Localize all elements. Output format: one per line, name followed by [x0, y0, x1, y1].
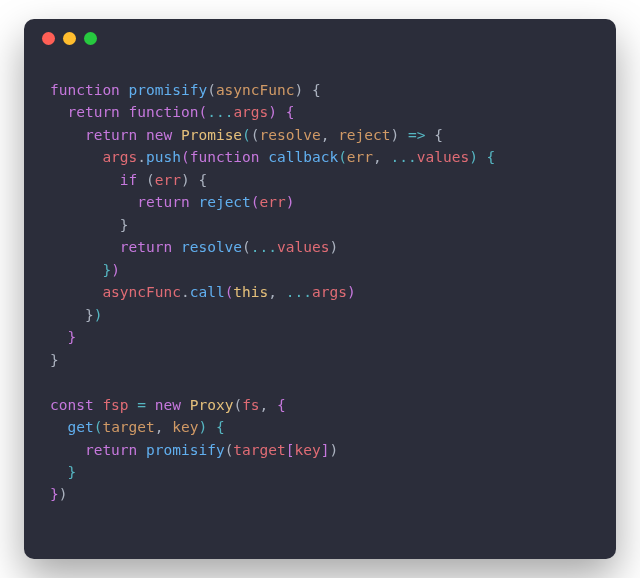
punct: ) [391, 127, 400, 143]
identifier: args [233, 104, 268, 120]
punct: ( [338, 149, 347, 165]
identifier: fsp [102, 397, 128, 413]
punct: ( [233, 397, 242, 413]
keyword: function [190, 149, 260, 165]
identifier: key [294, 442, 320, 458]
punct: ( [251, 194, 260, 210]
punct: } [50, 352, 59, 368]
punct: ) [329, 442, 338, 458]
punct: ( [242, 239, 251, 255]
punct: . [137, 149, 146, 165]
punct: } [102, 262, 111, 278]
punct: , [268, 284, 277, 300]
punct: { [286, 104, 295, 120]
punct: { [434, 127, 443, 143]
op: = [137, 397, 146, 413]
punct: , [321, 127, 330, 143]
punct: ) [268, 104, 277, 120]
maximize-icon[interactable] [84, 32, 97, 45]
punct: { [312, 82, 321, 98]
function-name: promisify [129, 82, 208, 98]
keyword: new [146, 127, 172, 143]
function-name: callback [268, 149, 338, 165]
punct: ) [329, 239, 338, 255]
minimize-icon[interactable] [63, 32, 76, 45]
method: push [146, 149, 181, 165]
code-window: function promisify(asyncFunc) { return f… [24, 19, 616, 559]
punct: ( [181, 149, 190, 165]
identifier: values [277, 239, 329, 255]
identifier: values [417, 149, 469, 165]
op: ... [251, 239, 277, 255]
punct: { [487, 149, 496, 165]
identifier: asyncFunc [102, 284, 181, 300]
punct: } [50, 486, 59, 502]
method: get [67, 419, 93, 435]
keyword: return [85, 442, 137, 458]
param: reject [338, 127, 390, 143]
punct: { [216, 419, 225, 435]
punct: } [85, 307, 94, 323]
keyword: new [155, 397, 181, 413]
keyword: return [137, 194, 189, 210]
op: ... [286, 284, 312, 300]
punct: ) [111, 262, 120, 278]
punct: . [181, 284, 190, 300]
keyword: return [85, 127, 137, 143]
param: target [102, 419, 154, 435]
function-name: promisify [146, 442, 225, 458]
punct: ) [181, 172, 190, 188]
punct: ) [198, 419, 207, 435]
punct: , [155, 419, 164, 435]
keyword: return [120, 239, 172, 255]
param: resolve [260, 127, 321, 143]
punct: , [260, 397, 269, 413]
identifier: args [102, 149, 137, 165]
method: call [190, 284, 225, 300]
param: asyncFunc [216, 82, 295, 98]
keyword-this: this [233, 284, 268, 300]
close-icon[interactable] [42, 32, 55, 45]
class: Promise [181, 127, 242, 143]
keyword: function [50, 82, 120, 98]
function-name: reject [198, 194, 250, 210]
punct: ) [94, 307, 103, 323]
function-name: resolve [181, 239, 242, 255]
punct: ( [198, 104, 207, 120]
keyword: const [50, 397, 94, 413]
punct: ( [242, 127, 251, 143]
param: err [347, 149, 373, 165]
punct: } [67, 464, 76, 480]
op: => [408, 127, 425, 143]
identifier: err [155, 172, 181, 188]
punct: ) [347, 284, 356, 300]
punct: ( [146, 172, 155, 188]
identifier: err [260, 194, 286, 210]
punct: ) [286, 194, 295, 210]
punct: } [67, 329, 76, 345]
code-block: function promisify(asyncFunc) { return f… [24, 57, 616, 532]
op: ... [207, 104, 233, 120]
identifier: args [312, 284, 347, 300]
punct: ) [294, 82, 303, 98]
punct: } [120, 217, 129, 233]
keyword: function [129, 104, 199, 120]
param: key [172, 419, 198, 435]
punct: { [277, 397, 286, 413]
titlebar [24, 19, 616, 57]
op: ... [391, 149, 417, 165]
punct: ( [251, 127, 260, 143]
punct: ( [207, 82, 216, 98]
identifier: fs [242, 397, 259, 413]
keyword: return [67, 104, 119, 120]
punct: , [373, 149, 382, 165]
identifier: target [233, 442, 285, 458]
keyword: if [120, 172, 137, 188]
punct: { [198, 172, 207, 188]
class: Proxy [190, 397, 234, 413]
punct: ) [59, 486, 68, 502]
punct: ) [469, 149, 478, 165]
